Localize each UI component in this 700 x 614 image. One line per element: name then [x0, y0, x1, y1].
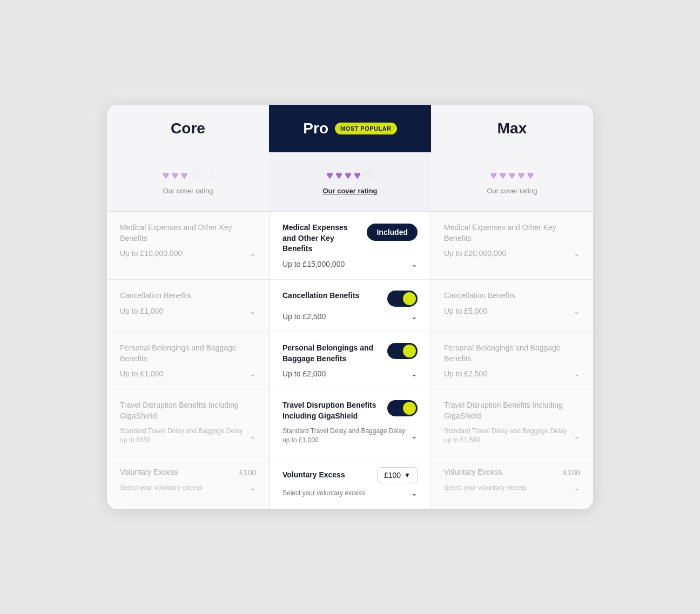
- disruption-max-title: Travel Disruption Benefits Including Gig…: [444, 400, 580, 421]
- medical-core-amount: Up to £10,000,000: [120, 249, 182, 258]
- chevron-down-icon[interactable]: ⌄: [250, 483, 256, 492]
- excess-pro-sub: Select your voluntary excess: [282, 489, 365, 498]
- chevron-down-icon[interactable]: ⌄: [250, 431, 256, 440]
- excess-pro-select[interactable]: £100 ▼: [377, 467, 418, 483]
- excess-pro-title: Voluntary Excess: [282, 470, 345, 481]
- belongings-core-title: Personal Belongings and Baggage Benefits: [120, 343, 256, 364]
- chevron-down-icon[interactable]: ⌄: [574, 369, 580, 378]
- cancellation-max-title: Cancellation Benefits: [444, 291, 580, 301]
- belongings-pro-amount-row: Up to £2,000 ⌄: [282, 369, 418, 378]
- excess-max-value: £100: [563, 468, 580, 477]
- pro-hearts: ♥ ♥ ♥ ♥ ♡: [326, 168, 374, 183]
- chevron-down-icon[interactable]: ⌄: [574, 431, 580, 440]
- max-hearts: ♥ ♥ ♥ ♥ ♥: [490, 168, 534, 183]
- chevron-down-icon[interactable]: ⌄: [411, 260, 418, 268]
- max-title: Max: [497, 120, 527, 137]
- cancellation-core-title: Cancellation Benefits: [120, 291, 256, 301]
- belongings-core: Personal Belongings and Baggage Benefits…: [107, 332, 269, 389]
- medical-pro: Medical Expenses and Other Key Benefits …: [269, 212, 431, 279]
- excess-max-amount-row: Select your voluntary excess ⌄: [444, 483, 580, 492]
- excess-pro-amount-row: Select your voluntary excess ⌄: [282, 489, 418, 498]
- cancellation-pro-amount: Up to £2,500: [282, 312, 326, 321]
- belongings-core-amount: Up to £1,000: [120, 369, 163, 378]
- benefit-row-disruption: Travel Disruption Benefits Including Gig…: [107, 389, 593, 456]
- heart-5: ♡: [203, 168, 214, 183]
- disruption-max-amount: Standard Travel Delay and Baggage Delay …: [444, 427, 574, 445]
- excess-max-sub: Select your voluntary excess: [444, 483, 527, 492]
- chevron-down-icon[interactable]: ⌄: [574, 307, 580, 315]
- disruption-pro-title: Travel Disruption Benefits Including Gig…: [282, 400, 383, 421]
- medical-core-title: Medical Expenses and Other Key Benefits: [120, 222, 256, 244]
- cancellation-pro: Cancellation Benefits Up to £2,500 ⌄: [269, 280, 431, 332]
- chevron-down-icon[interactable]: ⌄: [250, 249, 256, 258]
- chevron-down-icon[interactable]: ⌄: [250, 369, 256, 378]
- pro-title: Pro: [303, 120, 328, 137]
- cancellation-max-amount: Up to £5,000: [444, 307, 487, 315]
- disruption-pro-title-row: Travel Disruption Benefits Including Gig…: [282, 400, 418, 421]
- cancellation-core: Cancellation Benefits Up to £1,000 ⌄: [107, 280, 269, 332]
- disruption-pro: Travel Disruption Benefits Including Gig…: [269, 389, 431, 456]
- comparison-table: Core Pro MOST POPULAR Max ♥ ♥ ♥ ♡ ♡ Our …: [107, 105, 593, 509]
- belongings-pro-amount: Up to £2,000: [282, 369, 326, 378]
- disruption-pro-amount: Standard Travel Delay and Baggage Delay …: [282, 427, 411, 445]
- cancellation-core-amount: Up to £1,000: [120, 307, 163, 315]
- heart-3: ♥: [181, 168, 188, 183]
- toggle-knob: [403, 402, 416, 415]
- heart-4: ♥: [354, 168, 361, 183]
- chevron-down-icon[interactable]: ⌄: [411, 312, 418, 321]
- cancellation-toggle[interactable]: [387, 291, 418, 307]
- heart-3: ♥: [345, 168, 352, 183]
- heart-5: ♡: [363, 168, 374, 183]
- heart-2: ♥: [171, 168, 178, 183]
- belongings-pro-title-row: Personal Belongings and Baggage Benefits: [282, 343, 418, 364]
- heart-1: ♥: [490, 168, 497, 183]
- belongings-toggle[interactable]: [387, 343, 418, 359]
- medical-max-amount: Up to £20,000,000: [444, 249, 506, 258]
- benefit-row-cancellation: Cancellation Benefits Up to £1,000 ⌄ Can…: [107, 280, 593, 332]
- belongings-core-amount-row: Up to £1,000 ⌄: [120, 369, 256, 378]
- excess-core-amount-row: Select your voluntary excess ⌄: [120, 483, 256, 492]
- belongings-max-amount-row: Up to £2,500 ⌄: [444, 369, 580, 378]
- medical-pro-amount: Up to £15,000,000: [282, 260, 345, 268]
- belongings-pro: Personal Belongings and Baggage Benefits…: [269, 332, 431, 389]
- chevron-down-icon[interactable]: ⌄: [411, 369, 418, 378]
- header-max: Max: [431, 105, 593, 152]
- cancellation-pro-title-row: Cancellation Benefits: [282, 291, 418, 307]
- medical-core-amount-row: Up to £10,000,000 ⌄: [120, 249, 256, 258]
- cancellation-pro-amount-row: Up to £2,500 ⌄: [282, 312, 418, 321]
- disruption-core-amount: Standard Travel Delay and Baggage Delay …: [120, 427, 250, 445]
- core-hearts: ♥ ♥ ♥ ♡ ♡: [162, 168, 213, 183]
- toggle-knob: [403, 292, 416, 305]
- disruption-toggle[interactable]: [387, 400, 418, 416]
- medical-max-amount-row: Up to £20,000,000 ⌄: [444, 249, 580, 258]
- pro-rating-label[interactable]: Our cover rating: [322, 187, 377, 195]
- disruption-max-amount-row: Standard Travel Delay and Baggage Delay …: [444, 427, 580, 445]
- belongings-pro-title: Personal Belongings and Baggage Benefits: [282, 343, 383, 364]
- heart-2: ♥: [499, 168, 506, 183]
- header-pro: Pro MOST POPULAR: [269, 105, 431, 152]
- chevron-down-icon[interactable]: ⌄: [574, 249, 580, 258]
- rating-row: ♥ ♥ ♥ ♡ ♡ Our cover rating ♥ ♥ ♥ ♥ ♡ Our…: [107, 152, 593, 212]
- disruption-max: Travel Disruption Benefits Including Gig…: [431, 389, 593, 456]
- chevron-down-icon[interactable]: ⌄: [411, 431, 418, 440]
- disruption-core-title: Travel Disruption Benefits Including Gig…: [120, 400, 256, 421]
- excess-pro-value: £100: [384, 471, 401, 480]
- heart-5: ♥: [527, 168, 534, 183]
- cancellation-core-amount-row: Up to £1,000 ⌄: [120, 307, 256, 315]
- excess-core-title: Voluntary Excess: [120, 467, 178, 478]
- medical-pro-amount-row: Up to £15,000,000 ⌄: [282, 260, 418, 268]
- chevron-down-icon[interactable]: ⌄: [574, 483, 580, 492]
- rating-max: ♥ ♥ ♥ ♥ ♥ Our cover rating: [431, 152, 593, 211]
- toggle-knob: [403, 345, 416, 357]
- medical-pro-title: Medical Expenses and Other Key Benefits: [282, 222, 362, 254]
- cancellation-max-amount-row: Up to £5,000 ⌄: [444, 307, 580, 315]
- excess-core-value: £100: [239, 468, 256, 477]
- rating-core: ♥ ♥ ♥ ♡ ♡ Our cover rating: [107, 152, 269, 211]
- chevron-down-icon[interactable]: ⌄: [250, 307, 256, 315]
- included-badge: Included: [367, 224, 418, 241]
- belongings-max: Personal Belongings and Baggage Benefits…: [431, 332, 593, 389]
- medical-core: Medical Expenses and Other Key Benefits …: [107, 212, 269, 279]
- disruption-core: Travel Disruption Benefits Including Gig…: [107, 389, 269, 456]
- chevron-down-icon[interactable]: ⌄: [411, 489, 418, 497]
- heart-1: ♥: [326, 168, 333, 183]
